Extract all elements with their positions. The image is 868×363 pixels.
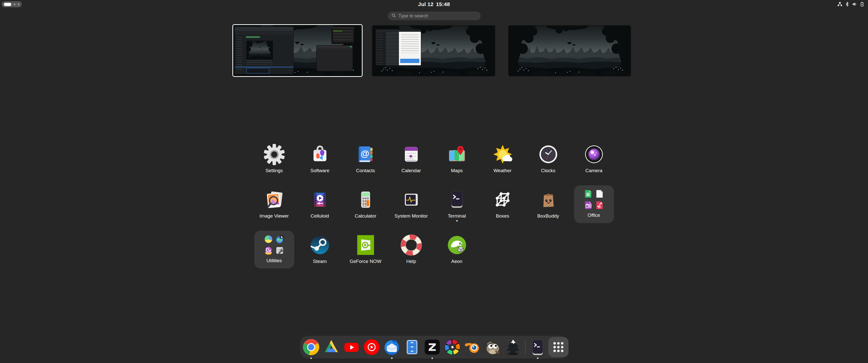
volume-icon — [852, 2, 857, 6]
clocks-icon — [536, 142, 560, 166]
app-label: Steam — [313, 259, 327, 264]
dock-item-files[interactable] — [403, 338, 421, 356]
app-label: Help — [406, 259, 416, 264]
lo-doc-icon — [594, 189, 604, 199]
system-monitor-icon — [399, 188, 423, 211]
top-bar: Jul 12 15:48 — [0, 0, 868, 8]
dock-item-gimp[interactable] — [484, 338, 502, 356]
app-folder-utilities[interactable]: Utilities — [251, 231, 297, 276]
app-label: BoxBuddy — [537, 213, 559, 219]
dock-item-blender[interactable] — [464, 338, 482, 356]
boxes-icon — [491, 188, 515, 211]
dock-item-google-drive[interactable] — [322, 338, 340, 356]
app-settings[interactable]: Settings — [251, 140, 297, 185]
dock-item-zed[interactable] — [423, 338, 441, 356]
workspace-thumbnail-1[interactable] — [232, 24, 363, 77]
youtube-icon — [342, 338, 361, 356]
bluetooth-icon — [845, 2, 849, 6]
celluloid-icon — [308, 188, 332, 211]
clock[interactable]: Jul 12 15:48 — [0, 0, 868, 8]
app-terminal[interactable]: Terminal — [434, 185, 480, 231]
workspace-thumbnail-3[interactable] — [508, 25, 631, 76]
app-system-monitor[interactable]: System Monitor — [388, 185, 434, 231]
app-label: Celluloid — [311, 213, 329, 219]
running-indicator — [456, 220, 458, 222]
app-boxbuddy[interactable]: BoxBuddy — [525, 185, 571, 231]
search-input[interactable]: Type to search — [388, 11, 481, 20]
app-image-viewer[interactable]: Image Viewer — [251, 185, 297, 231]
app-label: Contacts — [356, 168, 375, 173]
dock-item-youtube-music[interactable] — [363, 338, 381, 356]
app-maps[interactable]: Maps — [434, 140, 480, 185]
app-label: Weather — [494, 168, 512, 173]
workspace-thumbnail-2[interactable] — [372, 25, 495, 76]
battery-charging-icon — [860, 2, 864, 6]
app-label: Aeon — [451, 259, 462, 264]
app-camera[interactable]: Camera — [571, 140, 617, 185]
app-label: Settings — [266, 168, 283, 173]
contacts-icon: @ — [354, 142, 377, 166]
lo-calc-icon — [583, 189, 593, 199]
dock-item-google-chrome[interactable] — [302, 338, 320, 356]
network-wired-icon — [837, 2, 842, 6]
aeon-icon — [445, 233, 469, 257]
terminal-icon — [445, 188, 469, 211]
app-weather[interactable]: Weather — [480, 140, 525, 185]
dock-item-youtube[interactable] — [342, 338, 361, 356]
app-steam[interactable]: Steam — [297, 231, 343, 276]
svg-text:@: @ — [360, 148, 369, 158]
weather-icon — [491, 142, 515, 166]
dock-item-terminal[interactable] — [529, 338, 547, 356]
inkscape-icon — [504, 338, 522, 356]
app-software[interactable]: Software — [297, 140, 343, 185]
boxbuddy-icon — [536, 188, 560, 211]
disks-wrench-icon — [275, 245, 285, 256]
app-calculator[interactable]: Calculator — [343, 185, 388, 231]
app-geforce-now[interactable]: GeForce NOW — [343, 231, 388, 276]
dock-item-inkscape[interactable] — [504, 338, 522, 356]
system-tray[interactable] — [837, 0, 864, 8]
app-contacts[interactable]: @Contacts — [343, 140, 388, 185]
calendar-icon — [399, 142, 423, 166]
app-label: Image Viewer — [260, 213, 289, 219]
app-aeon[interactable]: Aeon — [434, 231, 480, 276]
app-calendar[interactable]: Calendar — [388, 140, 434, 185]
app-grid: SettingsSoftware@ContactsCalendarMapsWea… — [251, 140, 617, 276]
app-folder-office[interactable]: xOffice — [571, 185, 617, 231]
running-indicator — [537, 358, 538, 359]
terminal-icon — [529, 338, 547, 356]
email-window — [375, 29, 421, 66]
app-label: Calculator — [355, 213, 376, 219]
globe-remote-icon — [275, 234, 285, 244]
google-chrome-icon — [302, 338, 320, 356]
gnome-activities-overview: Jul 12 15:48 Type to search — [0, 0, 868, 363]
camera-icon — [582, 142, 606, 166]
running-indicator — [432, 358, 433, 359]
lo-base-icon — [583, 200, 593, 210]
files-icon — [403, 338, 421, 356]
thunderbird-icon — [383, 338, 401, 356]
software-icon — [308, 142, 332, 166]
folder-preview-icons: x — [583, 189, 604, 210]
blender-icon — [464, 338, 482, 356]
app-label: Utilities — [267, 258, 282, 263]
app-clocks[interactable]: Clocks — [525, 140, 571, 185]
app-help[interactable]: Help — [388, 231, 434, 276]
dock-separator — [525, 340, 526, 354]
app-label: Boxes — [496, 213, 509, 219]
clock-date: Jul 12 — [418, 1, 434, 7]
running-indicator — [310, 358, 312, 359]
gimp-icon — [484, 338, 502, 356]
dock-item-darktable[interactable] — [443, 338, 462, 356]
image-viewer-icon — [262, 188, 286, 211]
app-celluloid[interactable]: Celluloid — [297, 185, 343, 231]
calculator-icon — [354, 188, 377, 211]
app-label: Office — [588, 212, 600, 218]
search-placeholder: Type to search — [398, 13, 428, 19]
google-drive-icon — [322, 338, 340, 356]
app-boxes[interactable]: Boxes — [480, 185, 525, 231]
dock-item-show-apps[interactable] — [548, 337, 568, 357]
dock-item-thunderbird[interactable] — [383, 338, 401, 356]
app-window — [316, 45, 353, 71]
settings-icon — [262, 142, 286, 166]
